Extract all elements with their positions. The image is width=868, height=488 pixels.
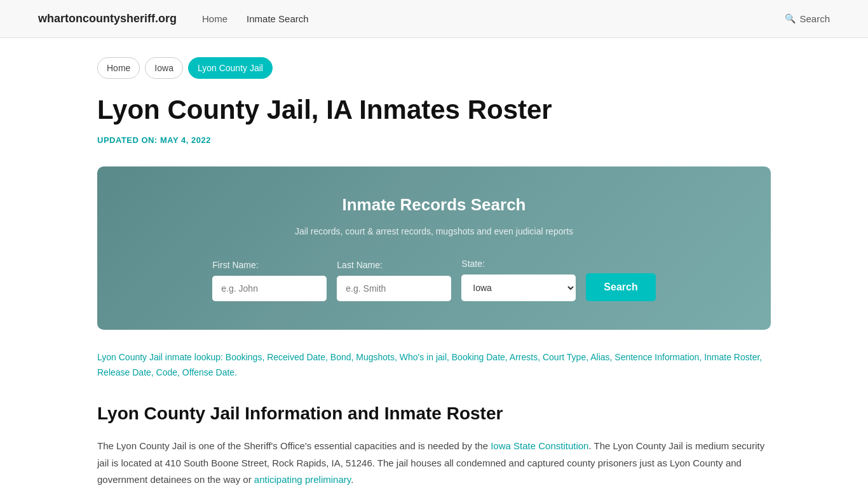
search-icon: 🔍 — [785, 11, 796, 25]
first-name-group: First Name: — [212, 258, 327, 301]
first-name-label: First Name: — [212, 258, 258, 272]
info-highlight-anticipating: anticipating preliminary — [254, 474, 351, 485]
breadcrumb-iowa[interactable]: Iowa — [145, 57, 183, 79]
state-label: State: — [461, 257, 485, 271]
main-container: Home Iowa Lyon County Jail Lyon County J… — [59, 38, 809, 488]
inmate-records-search-section: Inmate Records Search Jail records, cour… — [97, 166, 771, 330]
updated-on: UPDATED ON: MAY 4, 2022 — [97, 134, 771, 147]
description-text: Lyon County Jail inmate lookup: Bookings… — [97, 350, 771, 381]
nav-home[interactable]: Home — [202, 11, 227, 27]
site-brand[interactable]: whartoncountysheriff.org — [38, 10, 177, 28]
last-name-group: Last Name: — [337, 258, 451, 301]
state-select[interactable]: AlabamaAlaskaArizonaArkansasCaliforniaCo… — [461, 274, 576, 301]
navbar: whartoncountysheriff.org Home Inmate Sea… — [0, 0, 868, 38]
last-name-label: Last Name: — [337, 258, 383, 272]
breadcrumb: Home Iowa Lyon County Jail — [97, 57, 771, 79]
state-group: State: AlabamaAlaskaArizonaArkansasCalif… — [461, 257, 576, 301]
first-name-input[interactable] — [212, 276, 327, 301]
info-body-text: The Lyon County Jail is one of the Sheri… — [97, 438, 771, 488]
info-section-title: Lyon County Jail Information and Inmate … — [97, 400, 771, 428]
updated-date: MAY 4, 2022 — [160, 135, 211, 145]
search-section-subtitle: Jail records, court & arrest records, mu… — [135, 224, 733, 238]
info-body-part1: The Lyon County Jail is one of the Sheri… — [97, 440, 491, 451]
updated-prefix: UPDATED ON: — [97, 135, 158, 145]
last-name-input[interactable] — [337, 276, 451, 301]
search-button[interactable]: Search — [586, 273, 655, 301]
nav-links: Home Inmate Search — [202, 11, 785, 27]
nav-inmate-search[interactable]: Inmate Search — [247, 11, 309, 27]
info-body-part3: . — [351, 474, 353, 485]
breadcrumb-lyon-county-jail[interactable]: Lyon County Jail — [188, 57, 273, 79]
search-section-title: Inmate Records Search — [135, 192, 733, 219]
nav-search-trigger[interactable]: 🔍 Search — [785, 11, 830, 27]
breadcrumb-home[interactable]: Home — [97, 57, 140, 79]
search-form: First Name: Last Name: State: AlabamaAla… — [135, 257, 733, 301]
info-highlight-iowa: Iowa State Constitution — [491, 440, 588, 451]
page-title: Lyon County Jail, IA Inmates Roster — [97, 94, 771, 126]
nav-search-label: Search — [799, 11, 830, 27]
